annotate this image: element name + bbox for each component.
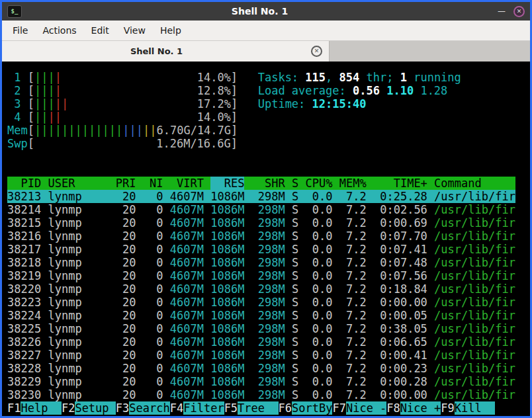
terminal-app-icon: $_ [7, 5, 22, 18]
process-row[interactable]: 38227 lynmp 20 0 4607M 1086M 298M S 0.0 … [7, 349, 515, 362]
tab-close-icon[interactable]: ✕ [311, 46, 322, 57]
col-header-time[interactable]: TIME+ [373, 177, 427, 190]
fnkey-f8[interactable]: F8Nice + [386, 401, 441, 415]
close-button[interactable]: ✕ [513, 6, 525, 17]
menu-item-file[interactable]: File [6, 23, 34, 38]
process-row[interactable]: 38228 lynmp 20 0 4607M 1086M 298M S 0.0 … [7, 362, 515, 375]
col-header-shr[interactable]: SHR [251, 177, 285, 190]
col-header-cpu[interactable]: CPU% [306, 177, 333, 190]
col-header-res[interactable]: RES [210, 177, 244, 190]
process-row[interactable]: 38218 lynmp 20 0 4607M 1086M 298M S 0.0 … [7, 256, 515, 269]
process-row[interactable]: 38216 lynmp 20 0 4607M 1086M 298M S 0.0 … [7, 230, 515, 243]
fnkey-f1[interactable]: F1Help [7, 401, 62, 415]
tab-shell[interactable]: Shell No. 1 ✕ [2, 41, 330, 62]
process-row[interactable]: 38223 lynmp 20 0 4607M 1086M 298M S 0.0 … [7, 296, 515, 309]
col-header-pid[interactable]: PID [7, 177, 41, 190]
meter-swp: Swp[ 1.26M/16.6G] [7, 137, 530, 150]
process-row[interactable]: 38217 lynmp 20 0 4607M 1086M 298M S 0.0 … [7, 243, 515, 256]
col-header-command[interactable]: Command [434, 177, 515, 190]
process-row[interactable]: 38225 lynmp 20 0 4607M 1086M 298M S 0.0 … [7, 322, 515, 335]
process-row[interactable]: 38230 lynmp 20 0 4607M 1086M 298M S 0.0 … [7, 388, 515, 401]
htop-stats: Tasks: 115, 854 thr; 1 runningLoad avera… [258, 71, 461, 110]
col-header-s[interactable]: S [292, 177, 298, 190]
table-header[interactable]: PID USER PRI NI VIRT RES SHR S CPU% MEM%… [7, 177, 515, 190]
fnkey-f4[interactable]: F4Filter [170, 401, 224, 415]
tasks-line: Tasks: 115, 854 thr; 1 running [258, 71, 461, 84]
window-title: Shell No. 1 [22, 6, 498, 17]
process-row[interactable]: 38215 lynmp 20 0 4607M 1086M 298M S 0.0 … [7, 216, 515, 230]
fnkey-f9[interactable]: F9Kill [441, 401, 495, 415]
menu-item-help[interactable]: Help [154, 23, 188, 38]
htop-function-bar: F1Help F2Setup F3SearchF4FilterF5Tree F6… [7, 401, 530, 415]
fnkey-f2[interactable]: F2Setup [62, 401, 116, 415]
menu-item-view[interactable]: View [117, 23, 152, 38]
menubar: FileActionsEditViewHelp [2, 21, 530, 41]
meter-4: 4 [|||| 14.0%] [7, 110, 530, 124]
tab-label: Shell No. 1 [2, 46, 311, 56]
col-header-virt[interactable]: VIRT [170, 177, 204, 190]
titlebar[interactable]: $_ Shell No. 1 — ✕ [2, 2, 530, 21]
process-row[interactable]: 38224 lynmp 20 0 4607M 1086M 298M S 0.0 … [7, 309, 515, 322]
fnkey-f3[interactable]: F3Search [116, 401, 170, 415]
process-row[interactable]: 38214 lynmp 20 0 4607M 1086M 298M S 0.0 … [7, 203, 515, 216]
window-controls: — ✕ [498, 6, 525, 17]
process-row[interactable]: 38220 lynmp 20 0 4607M 1086M 298M S 0.0 … [7, 282, 515, 296]
menu-item-actions[interactable]: Actions [36, 23, 83, 38]
col-header-ni[interactable]: NI [143, 177, 163, 190]
meter-mem: Mem[||||||||||||||||||6.70G/14.7G] [7, 124, 530, 137]
minimize-button[interactable]: — [498, 7, 506, 16]
terminal-screen[interactable]: 1 [|||| 14.0%] 2 [|||| 12.8%] 3 [||||| 1… [2, 62, 530, 416]
col-header-pri[interactable]: PRI [116, 177, 136, 190]
fnkey-f5[interactable]: F5Tree [224, 401, 279, 415]
process-row[interactable]: 38229 lynmp 20 0 4607M 1086M 298M S 0.0 … [7, 375, 515, 388]
process-row-selected[interactable]: 38213 lynmp 20 0 4607M 1086M 298M S 0.0 … [7, 190, 515, 203]
fnkey-f6[interactable]: F6SortBy [279, 401, 333, 415]
uptime-line: Uptime: 12:15:40 [258, 97, 461, 110]
fnkey-f7[interactable]: F7Nice - [332, 401, 386, 415]
terminal-window: $_ Shell No. 1 — ✕ FileActionsEditViewHe… [0, 0, 532, 418]
process-row[interactable]: 38226 lynmp 20 0 4607M 1086M 298M S 0.0 … [7, 335, 515, 349]
col-header-mem[interactable]: MEM% [339, 177, 367, 190]
tabbar: Shell No. 1 ✕ [2, 41, 530, 62]
htop-process-table: PID USER PRI NI VIRT RES SHR S CPU% MEM%… [7, 177, 530, 401]
menu-item-edit[interactable]: Edit [85, 23, 116, 38]
process-row[interactable]: 38219 lynmp 20 0 4607M 1086M 298M S 0.0 … [7, 269, 515, 282]
load-average-line: Load average: 0.56 1.10 1.28 [258, 84, 461, 97]
col-header-user[interactable]: USER [48, 177, 109, 190]
